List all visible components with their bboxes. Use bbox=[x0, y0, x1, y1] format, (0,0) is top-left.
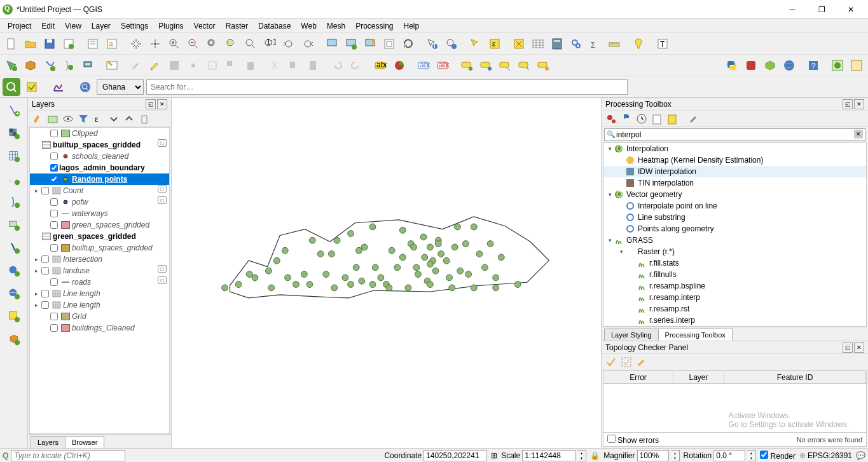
layer-visibility-checkbox[interactable] bbox=[50, 164, 58, 172]
layer-filter-button[interactable] bbox=[76, 112, 90, 126]
processing-toolbox-tab[interactable]: Processing Toolbox bbox=[658, 329, 733, 341]
layer-remove-button[interactable] bbox=[137, 112, 151, 126]
menu-mesh[interactable]: Mesh bbox=[322, 20, 350, 32]
processing-item[interactable]: IDW interpolation bbox=[603, 166, 866, 177]
pan-button[interactable] bbox=[127, 35, 145, 53]
map-tips-button[interactable] bbox=[630, 35, 647, 53]
menu-layer[interactable]: Layer bbox=[86, 20, 116, 32]
layer-expression-button[interactable]: ε bbox=[92, 112, 106, 126]
new-bookmarks-button[interactable] bbox=[361, 35, 379, 53]
proc-history-button[interactable] bbox=[635, 112, 649, 126]
menu-raster[interactable]: Raster bbox=[221, 20, 253, 32]
layer-row[interactable]: green_spaces_gridded bbox=[30, 231, 169, 242]
toggle-extents-button[interactable]: ⊞ bbox=[491, 451, 497, 460]
layer-visibility-checkbox[interactable] bbox=[50, 130, 58, 137]
layer-visibility-checkbox[interactable] bbox=[50, 198, 58, 206]
menu-plugins[interactable]: Plugins bbox=[153, 20, 188, 32]
messages-button[interactable]: 💬 bbox=[856, 451, 865, 460]
layers-tab[interactable]: Layers bbox=[31, 436, 65, 448]
style-manager-button[interactable]: a bbox=[103, 35, 121, 53]
add-vector-button[interactable] bbox=[3, 57, 20, 74]
topology-close-button[interactable]: ✕ bbox=[854, 343, 864, 353]
layer-visibility-checkbox[interactable] bbox=[41, 255, 49, 263]
country-select[interactable]: Ghana bbox=[97, 79, 144, 95]
scale-spinner[interactable]: ▴▾ bbox=[577, 450, 586, 461]
osm-overlay-icon[interactable] bbox=[23, 78, 41, 96]
layer-row[interactable]: ▸Line length bbox=[30, 288, 169, 299]
new-print-layout-button[interactable] bbox=[60, 35, 78, 53]
plugin-qgreen-button[interactable] bbox=[829, 57, 846, 74]
locator-input[interactable] bbox=[11, 450, 125, 461]
search-clear-button[interactable]: ✕ bbox=[854, 130, 863, 139]
layer-row[interactable]: roads bbox=[30, 276, 169, 288]
layer-styling-tab[interactable]: Layer Styling bbox=[604, 329, 659, 341]
new-geopackage-button[interactable] bbox=[22, 57, 39, 74]
layer-visibility-checkbox[interactable] bbox=[50, 221, 58, 229]
zoom-selection-button[interactable] bbox=[223, 35, 240, 53]
new-shapefile-button[interactable] bbox=[41, 57, 59, 74]
menu-settings[interactable]: Settings bbox=[116, 20, 153, 32]
layer-row[interactable]: schools_cleaned bbox=[30, 151, 169, 162]
zoom-out-button[interactable] bbox=[184, 35, 202, 53]
layer-visibility-checkbox[interactable] bbox=[41, 290, 49, 297]
layer-visibility-checkbox[interactable] bbox=[50, 210, 58, 217]
plugin-qyellow-button[interactable] bbox=[848, 57, 865, 74]
processing-undock-button[interactable]: ◱ bbox=[843, 99, 853, 109]
help-button[interactable]: ? bbox=[804, 57, 822, 74]
identify-button[interactable]: i bbox=[424, 35, 441, 53]
select-button[interactable] bbox=[467, 35, 485, 53]
quickosm-icon[interactable] bbox=[3, 78, 20, 96]
topology-validate-extent-button[interactable] bbox=[619, 355, 633, 369]
plugin-globe-button[interactable] bbox=[780, 57, 798, 74]
add-vector-layer-button[interactable]: + bbox=[4, 100, 24, 121]
layers-undock-button[interactable]: ◱ bbox=[146, 99, 156, 109]
expand-icon[interactable]: ▸ bbox=[32, 290, 40, 297]
zoom-last-button[interactable] bbox=[280, 35, 298, 53]
layer-visibility-button[interactable] bbox=[61, 112, 75, 126]
processing-close-button[interactable]: ✕ bbox=[854, 99, 864, 109]
label-abc-button[interactable]: abc bbox=[371, 57, 389, 74]
processing-search-input[interactable] bbox=[604, 128, 865, 141]
layer-row[interactable]: Clipped bbox=[30, 128, 169, 139]
plugin-red-button[interactable] bbox=[742, 57, 760, 74]
current-edits-button[interactable] bbox=[127, 57, 145, 74]
layer-row[interactable]: ▸Line length bbox=[30, 299, 169, 311]
add-delimited-button[interactable]: , bbox=[4, 169, 24, 189]
processing-tree[interactable]: ▾QInterpolationHeatmap (Kernel Density E… bbox=[603, 142, 867, 327]
open-project-button[interactable] bbox=[22, 35, 39, 53]
layout-manager-button[interactable] bbox=[84, 35, 102, 53]
deselect-button[interactable] bbox=[510, 35, 528, 53]
label-tool-4[interactable] bbox=[515, 57, 533, 74]
menu-web[interactable]: Web bbox=[296, 20, 321, 32]
add-virtual-layer-button[interactable] bbox=[4, 215, 24, 235]
digitize-shape-button[interactable] bbox=[203, 57, 221, 74]
temporal-button[interactable] bbox=[380, 35, 398, 53]
add-feature-button[interactable] bbox=[184, 57, 202, 74]
cut-button[interactable] bbox=[266, 57, 284, 74]
layer-visibility-checkbox[interactable] bbox=[50, 244, 58, 252]
processing-item[interactable]: ▾GRASS bbox=[603, 234, 866, 246]
identify-rect-button[interactable] bbox=[443, 35, 460, 53]
statistics-button[interactable]: Σ bbox=[586, 35, 604, 53]
layer-visibility-checkbox[interactable] bbox=[41, 187, 49, 194]
scale-input[interactable] bbox=[522, 450, 575, 461]
expand-icon[interactable]: ▸ bbox=[32, 268, 40, 274]
expand-icon[interactable]: ▾ bbox=[606, 191, 614, 198]
layer-collapse-button[interactable] bbox=[122, 112, 136, 126]
copy-button[interactable] bbox=[285, 57, 303, 74]
show-errors-checkbox[interactable]: Show errors bbox=[607, 435, 659, 445]
layer-row[interactable]: builtup_spaces_gridded bbox=[30, 139, 169, 151]
rot-spinner[interactable]: ▴▾ bbox=[747, 450, 756, 461]
menu-processing[interactable]: Processing bbox=[350, 20, 398, 32]
undo-button[interactable] bbox=[328, 57, 346, 74]
zoom-native-button[interactable]: 1:1 bbox=[261, 35, 279, 53]
processing-gearset-icon[interactable] bbox=[567, 35, 585, 53]
topology-undock-button[interactable]: ◱ bbox=[843, 343, 853, 353]
menu-edit[interactable]: Edit bbox=[36, 20, 60, 32]
layer-add-group-button[interactable] bbox=[46, 112, 60, 126]
field-calc-button[interactable] bbox=[548, 35, 566, 53]
zoom-next-button[interactable] bbox=[299, 35, 317, 53]
python-console-button[interactable] bbox=[723, 57, 741, 74]
proc-model-button[interactable] bbox=[604, 112, 618, 126]
nominatim-icon[interactable] bbox=[76, 78, 94, 96]
